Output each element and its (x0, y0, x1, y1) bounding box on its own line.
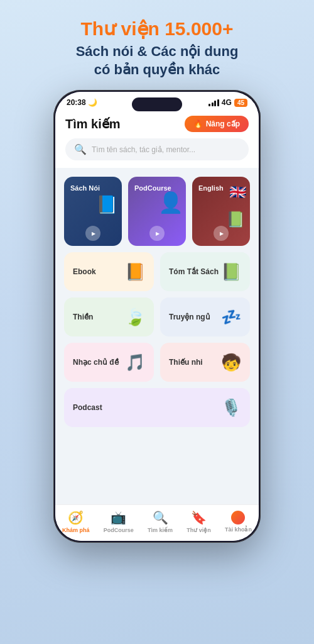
nhac-icon: 🎵 (125, 353, 145, 372)
tomtat-icon: 📗 (221, 262, 241, 282)
category-truyen[interactable]: Truyện ngủ 💤 (160, 297, 250, 336)
podcourse-nav-label: PodCourse (104, 527, 134, 533)
category-ebook[interactable]: Ebook 📙 (64, 252, 154, 291)
avatar (231, 511, 245, 525)
play-icon: ▶ (92, 231, 95, 236)
podcourse-icon: 👤 (158, 191, 183, 214)
top-categories-grid: Sách Nói 📘 ▶ PodCourse 👤 ▶ English 🇬🇧 (64, 177, 250, 246)
truyen-icon: 💤 (221, 308, 241, 327)
english-play: ▶ (214, 226, 229, 241)
nav-thu-vien[interactable]: 🔖 Thư viện (187, 510, 211, 533)
category-podcast[interactable]: Podcast 🎙️ (64, 388, 250, 427)
app-header: Tìm kiếm 🔥 Nâng cấp (55, 111, 259, 138)
podcourse-nav-icon: 📺 (111, 510, 126, 525)
content-area: Sách Nói 📘 ▶ PodCourse 👤 ▶ English 🇬🇧 (55, 168, 259, 504)
moon-icon: 🌙 (88, 98, 97, 107)
kham-pha-label: Khám phá (62, 527, 90, 533)
promo-header: Thư viện 15.000+ Sách nói & Các nội dung… (57, 0, 257, 90)
podcast-label: Podcast (73, 403, 102, 412)
thien-icon: 🍃 (125, 308, 145, 327)
thieunhi-label: Thiếu nhi (169, 358, 203, 367)
ebook-icon: 📙 (125, 262, 145, 282)
play-icon: ▶ (220, 231, 224, 236)
category-nhac[interactable]: Nhạc chủ đề 🎵 (64, 343, 154, 382)
nav-tai-khoan[interactable]: Tài khoản (225, 511, 252, 533)
category-english[interactable]: English 🇬🇧 📗 ▶ (192, 177, 250, 246)
category-thien[interactable]: Thiền 🍃 (64, 297, 154, 336)
status-indicators: 4G 45 (208, 98, 247, 107)
sach-noi-label: Sách Nói (70, 184, 116, 192)
podcast-icon: 🎙️ (221, 398, 241, 418)
tai-khoan-label: Tài khoản (225, 526, 252, 533)
upgrade-icon: 🔥 (193, 119, 203, 128)
phone-frame: 20:38 🌙 4G 45 Tìm kiếm 🔥 Nâng cấp (53, 90, 261, 543)
english-book-icon: 📗 (226, 211, 245, 228)
thien-label: Thiền (73, 313, 93, 321)
network-type: 4G (222, 98, 232, 107)
thieunhi-icon: 🧒 (221, 353, 241, 372)
nav-kham-pha[interactable]: 🧭 Khám phá (62, 510, 90, 533)
category-tomtat[interactable]: Tóm Tắt Sách 📗 (160, 252, 250, 291)
play-icon: ▶ (156, 231, 160, 236)
thu-vien-label: Thư viện (187, 527, 211, 533)
nav-podcourse[interactable]: 📺 PodCourse (104, 510, 134, 533)
search-bar-container: 🔍 Tìm tên sách, tác giả, mentor... (55, 138, 259, 168)
dynamic-island (132, 97, 182, 111)
category-thieunhi[interactable]: Thiếu nhi 🧒 (160, 343, 250, 382)
upgrade-button[interactable]: 🔥 Nâng cấp (185, 116, 249, 132)
signal-icon (208, 99, 219, 106)
upgrade-label: Nâng cấp (206, 119, 240, 128)
search-icon: 🔍 (74, 143, 87, 155)
promo-subtitle: Sách nói & Các nội dungcó bản quyền khác (76, 43, 239, 79)
search-placeholder: Tìm tên sách, tác giả, mentor... (92, 145, 195, 154)
tim-kiem-icon: 🔍 (153, 510, 168, 525)
status-time: 20:38 🌙 (67, 98, 97, 107)
sach-noi-play: ▶ (85, 226, 100, 241)
category-sach-noi[interactable]: Sách Nói 📘 ▶ (64, 177, 122, 246)
truyen-label: Truyện ngủ (169, 313, 210, 321)
nhac-label: Nhạc chủ đề (73, 358, 119, 367)
promo-title: Thư viện 15.000+ (76, 18, 239, 40)
mid-categories-grid: Ebook 📙 Tóm Tắt Sách 📗 Thiền 🍃 Truyện ng… (64, 252, 250, 382)
kham-pha-icon: 🧭 (68, 510, 84, 525)
sach-noi-icon: 📘 (96, 194, 118, 215)
bottom-navigation: 🧭 Khám phá 📺 PodCourse 🔍 Tìm kiếm 🔖 Thư … (55, 504, 259, 541)
phone-inner: 20:38 🌙 4G 45 Tìm kiếm 🔥 Nâng cấp (55, 92, 259, 541)
battery-badge: 45 (234, 99, 247, 107)
search-input-wrap[interactable]: 🔍 Tìm tên sách, tác giả, mentor... (65, 138, 249, 160)
tim-kiem-label: Tìm kiếm (148, 527, 173, 533)
app-title: Tìm kiếm (65, 116, 121, 131)
ebook-label: Ebook (73, 267, 96, 276)
podcourse-play: ▶ (149, 226, 165, 241)
category-podcourse[interactable]: PodCourse 👤 ▶ (128, 177, 186, 246)
tomtat-label: Tóm Tắt Sách (169, 267, 219, 276)
thu-vien-icon: 🔖 (191, 510, 207, 525)
english-label: English (198, 184, 244, 192)
podcourse-label: PodCourse (134, 184, 180, 192)
nav-tim-kiem[interactable]: 🔍 Tìm kiếm (148, 510, 173, 533)
